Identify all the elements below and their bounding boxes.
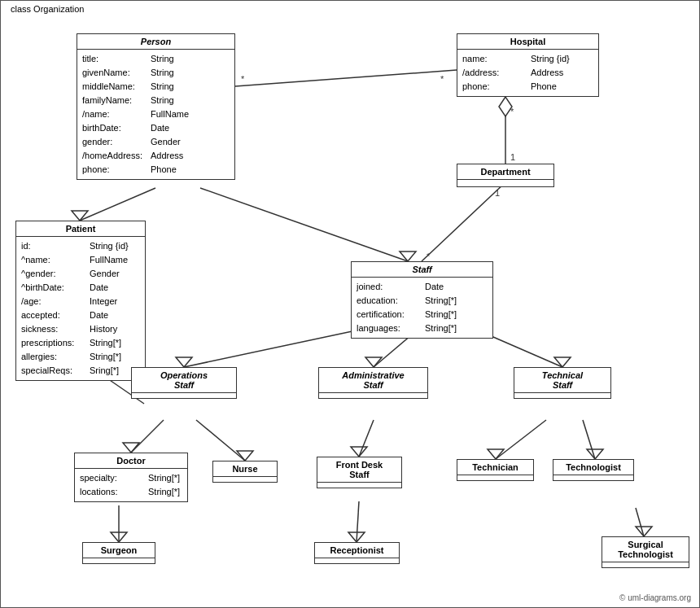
svg-marker-33	[348, 532, 365, 542]
class-technical-body	[514, 393, 610, 398]
class-frontdesk: Front DeskStaff	[317, 457, 402, 488]
class-technologist: Technologist	[553, 459, 634, 481]
svg-text:*: *	[427, 252, 431, 261]
svg-line-24	[359, 420, 374, 457]
class-nurse: Nurse	[212, 461, 278, 483]
class-doctor: Doctor specialty:String[*] locations:Str…	[74, 453, 188, 502]
class-operations-staff: OperationsStaff	[131, 367, 237, 399]
svg-text:*: *	[510, 107, 514, 116]
class-frontdesk-header: Front DeskStaff	[317, 457, 401, 483]
svg-text:*: *	[440, 74, 444, 84]
svg-marker-31	[111, 532, 127, 542]
class-surgeon: Surgeon	[82, 542, 155, 564]
class-frontdesk-body	[317, 483, 401, 488]
svg-text:1: 1	[510, 152, 515, 162]
class-receptionist: Receptionist	[314, 542, 400, 564]
svg-marker-17	[365, 357, 382, 367]
class-person-body: title:String givenName:String middleName…	[77, 50, 234, 179]
svg-marker-29	[587, 449, 603, 459]
class-technologist-body	[553, 475, 633, 480]
class-patient: Patient id:String {id} ^name:FullName ^g…	[15, 221, 146, 381]
svg-marker-3	[400, 252, 416, 261]
class-department: Department	[457, 164, 554, 187]
class-admin-header: AdministrativeStaff	[319, 368, 427, 393]
class-technical-staff: TechnicalStaff	[514, 367, 611, 399]
class-surgical-tech-header: SurgicalTechnologist	[602, 537, 689, 562]
class-person-header: Person	[77, 34, 234, 50]
class-staff-header: Staff	[352, 262, 492, 278]
class-patient-header: Patient	[16, 221, 145, 237]
svg-marker-15	[176, 357, 192, 367]
svg-marker-21	[123, 443, 139, 453]
svg-line-11	[422, 182, 505, 261]
svg-marker-5	[499, 97, 512, 116]
class-operations-body	[132, 393, 236, 398]
class-hospital-header: Hospital	[457, 34, 598, 50]
class-nurse-body	[213, 477, 277, 482]
svg-line-34	[636, 508, 644, 536]
class-department-header: Department	[457, 164, 553, 180]
svg-line-2	[200, 188, 408, 261]
class-hospital-body: name:String {id} /address:Address phone:…	[457, 50, 598, 96]
class-receptionist-header: Receptionist	[315, 543, 399, 558]
svg-line-28	[583, 420, 595, 459]
class-surgical-technologist: SurgicalTechnologist	[602, 536, 689, 568]
class-doctor-header: Doctor	[75, 453, 187, 469]
svg-line-0	[80, 188, 155, 221]
svg-marker-35	[636, 527, 652, 536]
class-operations-header: OperationsStaff	[132, 368, 236, 393]
svg-text:1: 1	[495, 188, 500, 198]
class-technical-header: TechnicalStaff	[514, 368, 610, 393]
class-patient-body: id:String {id} ^name:FullName ^gender:Ge…	[16, 237, 145, 380]
class-technician-body	[457, 475, 533, 480]
class-technician: Technician	[457, 459, 534, 481]
svg-marker-25	[351, 447, 367, 457]
svg-marker-1	[72, 211, 88, 221]
class-department-body	[457, 180, 553, 186]
class-nurse-header: Nurse	[213, 461, 277, 477]
class-staff: Staff joined:Date education:String[*] ce…	[351, 261, 493, 339]
svg-line-20	[131, 420, 164, 453]
class-technologist-header: Technologist	[553, 460, 633, 475]
class-technician-header: Technician	[457, 460, 533, 475]
svg-marker-19	[554, 357, 571, 367]
class-hospital: Hospital name:String {id} /address:Addre…	[457, 33, 599, 97]
class-person: Person title:String givenName:String mid…	[77, 33, 235, 180]
svg-marker-23	[237, 451, 253, 461]
class-surgeon-header: Surgeon	[83, 543, 155, 558]
class-staff-body: joined:Date education:String[*] certific…	[352, 278, 492, 338]
diagram-title: class Organization	[7, 4, 88, 14]
svg-marker-27	[488, 449, 504, 459]
copyright: © uml-diagrams.org	[619, 593, 691, 602]
svg-line-22	[196, 420, 245, 461]
class-surgeon-body	[83, 558, 155, 563]
class-receptionist-body	[315, 558, 399, 563]
class-admin-body	[319, 393, 427, 398]
svg-line-8	[235, 70, 457, 86]
class-admin-staff: AdministrativeStaff	[318, 367, 428, 399]
class-surgical-tech-body	[602, 562, 689, 567]
svg-line-26	[496, 420, 546, 459]
diagram-container: class Organization 1 * * * 1 *	[0, 0, 700, 608]
svg-text:*: *	[241, 74, 245, 84]
svg-line-32	[357, 501, 359, 542]
class-doctor-body: specialty:String[*] locations:String[*]	[75, 469, 187, 501]
svg-line-14	[184, 326, 375, 367]
